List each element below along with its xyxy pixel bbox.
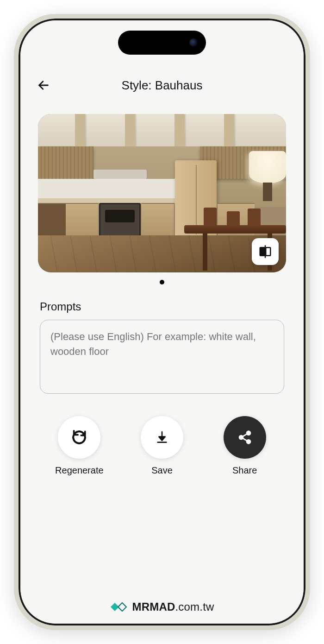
share-label: Share (232, 465, 257, 476)
refresh-icon (71, 429, 87, 445)
phone-inner: Style: Bauhaus (20, 20, 304, 624)
watermark-brand: MRMAD (132, 600, 175, 613)
header: Style: Bauhaus (33, 67, 291, 105)
svg-marker-13 (118, 603, 126, 611)
svg-rect-2 (266, 247, 270, 256)
result-image[interactable] (38, 114, 286, 272)
svg-line-10 (243, 438, 247, 441)
save-circle (141, 416, 183, 459)
compare-split-icon (258, 245, 272, 259)
prompt-input[interactable] (40, 320, 284, 394)
regenerate-button[interactable]: Regenerate (44, 416, 114, 476)
save-button[interactable]: Save (127, 416, 197, 476)
pager (33, 280, 291, 284)
generated-interior-illustration (38, 114, 286, 272)
download-icon (155, 430, 169, 445)
watermark-text: MRMAD.com.tw (132, 600, 214, 613)
regenerate-circle (58, 416, 100, 459)
action-row: Regenerate Save (33, 416, 291, 476)
prompts-label: Prompts (40, 300, 284, 313)
share-circle (224, 416, 266, 459)
watermark-logo-icon (110, 601, 127, 613)
pager-dot-active[interactable] (160, 280, 164, 284)
share-button[interactable]: Share (210, 416, 280, 476)
app-screen: Style: Bauhaus (20, 20, 304, 624)
watermark: MRMAD.com.tw (20, 600, 304, 613)
compare-button[interactable] (252, 238, 279, 265)
phone-frame: Style: Bauhaus (14, 14, 310, 630)
front-camera (189, 38, 198, 47)
watermark-domain: .com.tw (175, 600, 214, 613)
dynamic-island (118, 31, 206, 55)
svg-rect-1 (260, 247, 265, 256)
save-label: Save (151, 465, 173, 476)
regenerate-label: Regenerate (55, 465, 104, 476)
page-title: Style: Bauhaus (33, 78, 291, 93)
svg-line-11 (243, 434, 247, 436)
svg-marker-5 (159, 437, 165, 441)
share-icon (237, 430, 252, 445)
